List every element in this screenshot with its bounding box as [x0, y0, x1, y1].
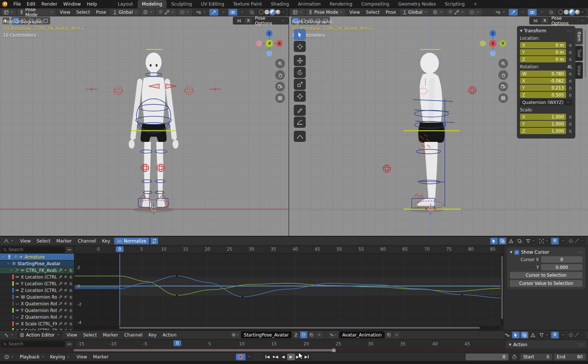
pin-icon[interactable]: [15, 268, 19, 272]
filter-invert-button[interactable]: [65, 247, 73, 253]
use-preview-range-toggle[interactable]: [510, 354, 519, 360]
previous-keyframe-button[interactable]: ◆◀: [271, 354, 279, 360]
mute-checkbox[interactable]: ✓: [64, 288, 68, 292]
gizmo-neg-axis-ball[interactable]: [480, 40, 486, 46]
orthographic-toggle-button[interactable]: [498, 93, 508, 103]
filter-dropdown[interactable]: [538, 332, 550, 338]
autokey-dropdown[interactable]: [246, 354, 253, 360]
eye-icon[interactable]: [19, 255, 23, 259]
snap-controls[interactable]: [156, 9, 177, 16]
lock-open-icon[interactable]: [69, 322, 73, 326]
menu-select[interactable]: Select: [73, 9, 93, 16]
lock-open-icon[interactable]: [568, 122, 572, 126]
wireframe-shading-button[interactable]: [558, 10, 563, 14]
x-mirror-toggle[interactable]: [530, 18, 541, 24]
snap-chevron[interactable]: [560, 332, 566, 338]
mute-checkbox[interactable]: ✓: [64, 308, 68, 312]
expand-icon[interactable]: [1, 255, 5, 259]
modifier-icon[interactable]: [58, 302, 62, 306]
modifier-icon[interactable]: [58, 295, 62, 299]
lock-open-icon[interactable]: [69, 315, 73, 319]
lock-open-icon[interactable]: [69, 308, 73, 312]
overlays-toggle[interactable]: [228, 9, 237, 16]
panel-collapse-caret[interactable]: ▼: [510, 250, 513, 254]
location-z-field[interactable]: Z0 m: [520, 56, 566, 62]
eye-icon[interactable]: [15, 275, 19, 279]
menu-marker[interactable]: Marker: [90, 354, 111, 360]
add-workspace-button[interactable]: +: [470, 0, 481, 8]
rotation-w-field[interactable]: W0.780: [520, 71, 566, 77]
channel-row-x-location-ctrl[interactable]: X Location (CTRL_ ✓: [0, 274, 74, 280]
panel-grip[interactable]: ∷∷: [567, 29, 572, 33]
pan-button[interactable]: [275, 70, 285, 80]
end-frame-field[interactable]: End80: [554, 354, 586, 360]
play-button[interactable]: ▶: [287, 354, 295, 360]
bounds-toggle[interactable]: [521, 332, 528, 338]
mute-checkbox[interactable]: ✓: [64, 302, 68, 306]
mute-checkbox[interactable]: ✓: [64, 295, 68, 299]
workspace-tab-compositing[interactable]: Compositing: [357, 0, 393, 8]
unlink-action-button[interactable]: [316, 331, 323, 338]
channel-row-w-quaternion-rota[interactable]: W Quaternion Rota ✓: [0, 294, 74, 300]
browse-track-button[interactable]: [329, 331, 338, 338]
object-visibility-dropdown[interactable]: [194, 9, 208, 16]
menu-select[interactable]: Select: [33, 238, 53, 244]
sync-toggle[interactable]: [504, 332, 511, 338]
menu-pose[interactable]: Pose: [383, 9, 399, 16]
channel-row-z-location-ctrl[interactable]: Z Location (CTRL_ ✓: [0, 287, 74, 293]
mute-checkbox[interactable]: ✓: [64, 282, 68, 286]
lock-open-icon[interactable]: [568, 129, 572, 133]
workspace-tab-geometry-nodes[interactable]: Geometry Nodes: [394, 0, 440, 8]
eye-closed-icon[interactable]: [15, 302, 19, 306]
stash-button[interactable]: [393, 331, 400, 338]
next-keyframe-button[interactable]: ▶◆: [295, 354, 303, 360]
sidebar-tab-tool[interactable]: Tool: [575, 46, 583, 61]
snap-dropdown[interactable]: [551, 238, 559, 244]
workspace-tab-modeling[interactable]: Modeling: [138, 0, 167, 8]
menu-key[interactable]: Key: [145, 332, 160, 338]
eye-icon[interactable]: [20, 268, 25, 272]
eye-closed-icon[interactable]: [15, 315, 19, 319]
lock-open-icon[interactable]: [69, 288, 73, 292]
menu-view[interactable]: View: [346, 9, 363, 16]
filter-invert-button[interactable]: [65, 341, 73, 347]
workspace-tab-layout[interactable]: Layout: [113, 0, 138, 8]
pivot-dropdown[interactable]: [141, 9, 155, 16]
menu-view[interactable]: View: [57, 9, 73, 16]
modifier-icon[interactable]: [58, 322, 62, 326]
camera-view-button[interactable]: [498, 82, 508, 91]
panel-grip[interactable]: ∷∷: [577, 250, 582, 254]
menu-window[interactable]: Window: [60, 1, 84, 7]
current-frame-field[interactable]: 0: [466, 354, 508, 360]
workspace-tab-rendering[interactable]: Rendering: [325, 0, 357, 8]
pivot-dropdown[interactable]: [538, 238, 550, 244]
mute-checkbox[interactable]: ✓: [64, 315, 68, 319]
expand-icon[interactable]: [9, 268, 13, 272]
lock-open-icon[interactable]: [69, 302, 73, 306]
menu-view[interactable]: View: [64, 332, 80, 338]
gizmo-neg-z-ball[interactable]: [266, 51, 272, 56]
menu-edit[interactable]: Edit: [24, 1, 38, 7]
menu-select[interactable]: Select: [363, 9, 383, 16]
proportional-edit-controls[interactable]: [178, 9, 192, 16]
pose-breakdowner-tool[interactable]: [294, 131, 306, 142]
action-panel-header[interactable]: ▼Action∷∷: [506, 340, 587, 349]
solid-shading-button[interactable]: [264, 10, 269, 14]
select-box-tool[interactable]: [294, 29, 306, 40]
menu-channel[interactable]: Channel: [121, 332, 145, 338]
cursor-to-selection-button[interactable]: Cursor to Selection: [510, 272, 582, 279]
graph-horizontal-scrollbar[interactable]: [74, 326, 501, 329]
auto-normalize-button[interactable]: [151, 238, 158, 244]
channel-row-ctrl-fk-avata[interactable]: CTRL_FK_Avata ✓: [0, 267, 74, 273]
location-x-field[interactable]: X0 m: [520, 42, 566, 48]
dope-mode-dropdown[interactable]: Action Editor: [17, 331, 62, 338]
editor-type-button[interactable]: [2, 238, 16, 244]
modifier-icon[interactable]: [58, 282, 62, 286]
snap-controls[interactable]: [446, 9, 466, 16]
orientation-dropdown[interactable]: Global: [400, 9, 430, 16]
pin-icon[interactable]: [13, 255, 17, 259]
lock-open-icon[interactable]: [568, 57, 572, 61]
camera-view-button[interactable]: [275, 82, 285, 91]
rotation-x-field[interactable]: X-0.082: [520, 78, 566, 84]
channel-row-x-quaternion-rota[interactable]: X Quaternion Rota ✓: [0, 300, 74, 307]
